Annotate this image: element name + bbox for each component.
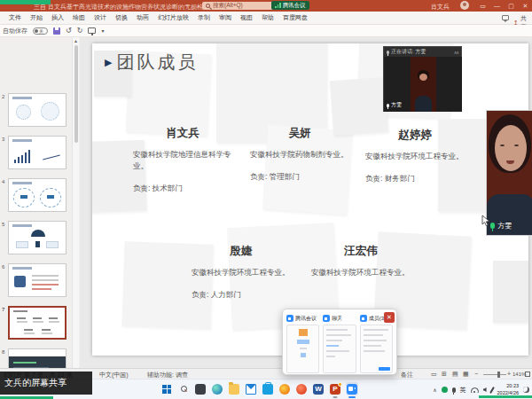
notification-center-icon[interactable] <box>523 387 529 393</box>
meeting-badge-label: 腾讯会议 <box>283 2 306 10</box>
preview-button-graphic <box>379 367 390 371</box>
tab-insert[interactable]: 插入 <box>47 13 68 22</box>
preview-thumbnail[interactable] <box>286 325 319 373</box>
speaker-name: 方雯 <box>391 101 402 109</box>
meeting-camera-icon <box>347 384 357 395</box>
slide-thumbnail-3[interactable] <box>8 136 66 169</box>
thumb-graphic <box>31 230 45 237</box>
side-video-window[interactable]: 方雯 <box>486 110 532 236</box>
zoom-slider-thumb[interactable] <box>497 372 500 378</box>
tab-draw[interactable]: 绘图 <box>68 13 90 22</box>
slide-thumbnail-7-selected[interactable] <box>8 306 66 340</box>
slide-thumbnail-2[interactable] <box>8 93 66 127</box>
taskbar-word[interactable]: W <box>312 382 325 395</box>
slide-thumbnail-panel: 2 3 4 5 <box>0 37 80 368</box>
slide-number: 3 <box>2 137 7 142</box>
thumb-graphic <box>32 279 59 281</box>
taskbar-firefox[interactable] <box>278 382 291 395</box>
undo-icon[interactable]: ↺ <box>66 27 72 35</box>
folder-icon <box>229 384 239 395</box>
slide-thumbnail-5[interactable] <box>8 221 66 254</box>
tab-animations[interactable]: 动画 <box>132 13 153 22</box>
avatar[interactable] <box>460 1 469 10</box>
preview-card-members[interactable]: 成员(3) ✕ <box>360 314 393 371</box>
slide-sorter-icon[interactable]: ⊞ <box>442 371 447 378</box>
tab-slideshow[interactable]: 幻灯片放映 <box>153 13 193 22</box>
ime-indicator[interactable]: 英 <box>460 386 466 395</box>
scroll-up-icon[interactable]: ▲ <box>74 38 78 43</box>
customize-qat-icon[interactable]: ▾ <box>101 27 104 34</box>
taskbar-app-red[interactable] <box>295 382 308 395</box>
redo-icon[interactable]: ↻ <box>77 27 83 35</box>
title-arrow-icon: ▶ <box>105 57 112 68</box>
taskbar-file-explorer[interactable] <box>228 382 240 395</box>
zoom-in-button[interactable]: + <box>507 371 511 377</box>
tab-transitions[interactable]: 切换 <box>111 13 132 22</box>
tray-expand-icon[interactable]: ∧ <box>433 387 436 393</box>
comments-icon[interactable] <box>502 15 509 20</box>
close-button[interactable]: ✕ <box>519 0 532 12</box>
start-button[interactable] <box>160 382 173 395</box>
zoom-slider[interactable] <box>483 374 506 375</box>
screen-share-banner: 文兵的屏幕共享 <box>0 372 92 395</box>
person-silhouette <box>415 96 432 112</box>
taskbar-mail[interactable] <box>245 382 257 395</box>
close-preview-button[interactable]: ✕ <box>384 312 395 323</box>
member-major: 安徽科技学院地理信息科学专业。 <box>133 149 232 172</box>
slide-thumbnail-4[interactable] <box>8 178 66 212</box>
meeting-badge[interactable]: 腾讯会议 <box>271 1 309 10</box>
mic-active-icon <box>490 223 495 229</box>
zoom-out-button[interactable]: − <box>474 371 478 377</box>
panel-scrollbar[interactable]: ▲ <box>72 37 79 368</box>
mic-icon <box>387 51 389 54</box>
collapse-icon[interactable]: ∧∧ <box>454 50 458 55</box>
meeting-video-window[interactable]: 正在讲话: 方雯 ∧∧ 方雯 <box>383 46 462 112</box>
slideshow-view-icon[interactable]: ▦ <box>463 371 469 378</box>
scrollbar-thumb[interactable] <box>74 45 78 143</box>
tray-mic-icon[interactable] <box>452 387 456 393</box>
autosave-toggle[interactable]: 关 <box>33 27 48 35</box>
speaker-icon[interactable] <box>483 387 487 392</box>
preview-card-meeting[interactable]: 腾讯会议 <box>286 314 319 371</box>
start-slideshow-icon[interactable] <box>88 27 96 34</box>
thumb-graphic <box>43 155 60 160</box>
tab-help[interactable]: 帮助 <box>257 13 278 22</box>
taskbar-search-button[interactable] <box>177 382 190 395</box>
account-name[interactable]: 肖文兵 <box>431 3 450 12</box>
speaker-video <box>411 57 436 112</box>
taskbar-app-dark[interactable] <box>194 382 207 395</box>
normal-view-icon[interactable]: ▭ <box>431 371 437 378</box>
tab-record[interactable]: 录制 <box>193 13 215 22</box>
taskbar-edge[interactable] <box>211 382 223 395</box>
minimize-button[interactable]: — <box>490 0 504 12</box>
preview-thumbnail[interactable] <box>360 325 393 373</box>
pen-icon[interactable] <box>489 387 495 394</box>
fit-to-window-icon[interactable] <box>525 372 530 377</box>
tab-review[interactable]: 审阅 <box>215 13 236 22</box>
taskbar-powerpoint[interactable]: P <box>329 382 341 395</box>
tab-file[interactable]: 文件 <box>4 13 26 22</box>
thumb-graphic <box>14 160 16 163</box>
wifi-icon[interactable] <box>471 387 479 393</box>
thumb-graphic <box>17 317 26 319</box>
slide-title-text: 团队成员 <box>116 51 198 74</box>
save-icon[interactable] <box>53 27 60 35</box>
tab-home[interactable]: 开始 <box>26 13 47 22</box>
taskbar-preview-popup: 腾讯会议 聊天 <box>282 309 397 375</box>
ribbon-display-options-icon[interactable]: ▭ <box>476 0 489 12</box>
preview-card-chat[interactable]: 聊天 <box>323 314 356 371</box>
toggle-knob-icon <box>35 29 38 33</box>
share-border-bottom-right <box>479 395 532 398</box>
taskbar-store[interactable] <box>262 382 274 395</box>
tray-green-app-icon[interactable] <box>442 387 448 393</box>
reading-view-icon[interactable]: ▤ <box>452 371 458 378</box>
member-name: 殷婕 <box>192 244 291 259</box>
tab-baidu-netdisk[interactable]: 百度网盘 <box>278 13 312 22</box>
taskbar-tencent-meeting[interactable] <box>346 382 358 395</box>
member-name: 肖文兵 <box>133 126 232 141</box>
tab-design[interactable]: 设计 <box>90 13 111 22</box>
preview-thumbnail[interactable] <box>323 325 356 373</box>
restore-button[interactable]: ▢ <box>505 0 518 12</box>
slide-thumbnail-6[interactable] <box>8 263 66 297</box>
tab-view[interactable]: 视图 <box>236 13 257 22</box>
